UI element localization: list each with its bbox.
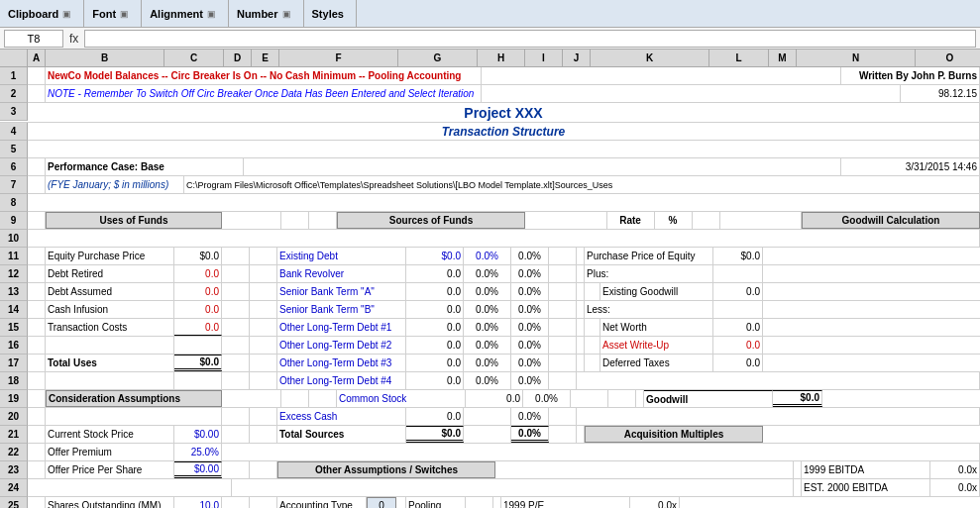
clipboard-label: Clipboard <box>8 8 58 20</box>
cell-25-acq-label: 1999 P/E <box>501 497 630 508</box>
cell-18K <box>549 372 577 389</box>
rownum-19: 19 <box>0 390 28 408</box>
cell-25-oa-label: Accounting Type <box>277 497 367 508</box>
cell-1-spacer <box>482 67 841 84</box>
cell-reference[interactable] <box>4 30 63 48</box>
cell-17-src-pct: 0.0% <box>511 355 549 371</box>
cell-18-blank <box>46 372 174 389</box>
cell-22-spacer <box>222 444 980 460</box>
cell-13-gw-val: 0.0 <box>713 283 763 300</box>
cell-13-uses-label: Debt Assumed <box>46 283 174 300</box>
cell-12-gw-val <box>713 265 763 282</box>
rownum-16: 16 <box>0 337 28 355</box>
row-9: 9 Uses of Funds Sources of Funds Rate % … <box>0 212 980 230</box>
cell-11-uses-label: Equity Purchase Price <box>46 248 174 264</box>
cell-9-spacer <box>525 212 607 229</box>
cell-11E <box>222 248 250 264</box>
rownum-10: 10 <box>0 230 28 248</box>
cell-17-gw-indent <box>585 355 600 371</box>
cell-9-uses-header: Uses of Funds <box>46 212 222 229</box>
cell-13E <box>222 283 250 300</box>
cell-23-acq-label: 1999 EBITDA <box>802 461 930 478</box>
cell-15-src-val: 0.0 <box>406 319 464 336</box>
cell-13F <box>250 283 277 300</box>
cell-25B <box>28 497 46 508</box>
cell-12-src-rate: 0.0% <box>464 265 511 282</box>
cell-9-rate: Rate <box>607 212 655 229</box>
cell-1B <box>28 67 46 84</box>
cell-15-uses-label: Transaction Costs <box>46 319 174 336</box>
rownum-6: 6 <box>0 158 28 176</box>
cell-2-date: 98.12.15 <box>901 85 980 102</box>
cell-25-val: 10.0 <box>174 497 222 508</box>
cell-15E <box>222 319 250 336</box>
row-16: 16 Other Long-Term Debt #2 0.0 0.0% 0.0%… <box>0 337 980 355</box>
cell-11K <box>549 248 577 264</box>
cell-21-src-pct: 0.0% <box>511 426 549 443</box>
cell-14E <box>222 301 250 318</box>
cell-19B <box>28 390 46 407</box>
row-11: 11 Equity Purchase Price $0.0 Existing D… <box>0 248 980 265</box>
cell-11F <box>250 248 277 264</box>
col-header-D: D <box>224 50 252 66</box>
rownum-14: 14 <box>0 301 28 319</box>
cell-13-uses-val: 0.0 <box>174 283 222 300</box>
cell-17F <box>250 355 277 371</box>
cell-25-oa-desc: Pooling <box>406 497 466 508</box>
cell-16K <box>549 337 577 354</box>
col-header-B: B <box>46 50 164 66</box>
cell-18-src-val: 0.0 <box>406 372 464 389</box>
cell-18-src-label: Other Long-Term Debt #4 <box>277 372 406 389</box>
cell-6-spacer <box>244 158 841 175</box>
cell-23-spacer <box>495 461 794 478</box>
row-12: 12 Debt Retired 0.0 Bank Revolver 0.0 0.… <box>0 265 980 283</box>
cell-12-src-label: Bank Revolver <box>277 265 406 282</box>
cell-1-title: NewCo Model Balances -- Circ Breaker Is … <box>46 67 482 84</box>
cell-9E <box>281 212 309 229</box>
rownum-23: 23 <box>0 461 28 479</box>
cell-9B <box>28 212 46 229</box>
cell-23-other-header: Other Assumptions / Switches <box>277 461 495 478</box>
cell-13-gw-indent <box>585 283 600 300</box>
cell-15F <box>250 319 277 336</box>
fx-icon: fx <box>69 32 78 46</box>
cell-14-uses-val: 0.0 <box>174 301 222 318</box>
row-4: 4 Transaction Structure <box>0 123 980 141</box>
row-1: 1 NewCo Model Balances -- Circ Breaker I… <box>0 67 980 85</box>
cell-24-blank <box>28 479 232 496</box>
cell-11-gw-label: Purchase Price of Equity <box>585 248 713 264</box>
cell-18-spacer <box>577 372 980 389</box>
col-header-O: O <box>916 50 980 66</box>
row-21: 21 Current Stock Price $0.00 Total Sourc… <box>0 426 980 444</box>
cell-21-src-label: Total Sources <box>277 426 406 443</box>
rownum-1: 1 <box>0 67 28 85</box>
cell-17-gw-val: 0.0 <box>713 355 763 371</box>
cell-5-blank <box>28 141 980 157</box>
cell-16E <box>222 337 250 354</box>
font-label: Font <box>92 8 116 20</box>
formula-input[interactable] <box>84 30 976 48</box>
cell-22-label: Offer Premium <box>46 444 174 460</box>
rownum-4: 4 <box>0 123 28 141</box>
cell-21E <box>222 426 250 443</box>
cell-20E <box>222 408 250 425</box>
toolbar: Clipboard ▣ Font ▣ Alignment ▣ Number ▣ … <box>0 0 980 28</box>
row-25: 25 Shares Outstanding (MM) 10.0 Accounti… <box>0 497 980 508</box>
row-15: 15 Transaction Costs 0.0 Other Long-Term… <box>0 319 980 337</box>
cell-12F <box>250 265 277 282</box>
cell-12-src-val: 0.0 <box>406 265 464 282</box>
cell-21L <box>577 426 585 443</box>
cell-6B <box>28 158 46 175</box>
row-19: 19 Consideration Assumptions Common Stoc… <box>0 390 980 408</box>
cell-12E <box>222 265 250 282</box>
rownum-12: 12 <box>0 265 28 283</box>
cell-14-gw-val <box>713 301 763 318</box>
cell-17B <box>28 355 46 371</box>
cell-24-acq-label: EST. 2000 EBITDA <box>802 479 930 496</box>
cell-14L <box>577 301 585 318</box>
cell-16-gw-label: Asset Write-Up <box>600 337 713 354</box>
cell-21B <box>28 426 46 443</box>
cell-18E <box>222 372 250 389</box>
cell-12-gw-label: Plus: <box>585 265 713 282</box>
cell-11-src-rate: 0.0% <box>464 248 511 264</box>
